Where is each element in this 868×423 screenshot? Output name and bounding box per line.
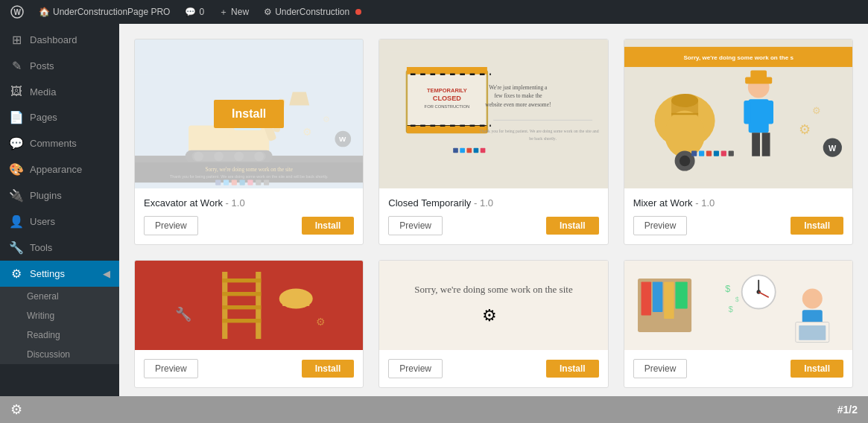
preview-button-closed[interactable]: Preview (388, 216, 443, 235)
template-thumbnail-mixer: Sorry, we're doing some work on the s (624, 39, 852, 188)
svg-rect-74 (691, 151, 697, 156)
new-link[interactable]: ＋ New (216, 6, 252, 19)
template-thumbnail-office: $ $ $ (624, 261, 852, 350)
red-illustration: 🔧 ⚙ (135, 261, 363, 350)
template-thumbnail-red: 🔧 ⚙ (135, 261, 363, 350)
install-button-mixer[interactable]: Install (791, 217, 843, 235)
submenu-item-reading[interactable]: Reading (0, 325, 119, 345)
template-thumbnail-work-text: Sorry, we're doing some work on the site… (379, 261, 607, 350)
sidebar-label-appearance: Appearance (30, 164, 82, 175)
comments-icon: 💬 (9, 136, 24, 150)
install-button-work-text[interactable]: Install (546, 360, 599, 378)
preview-button-office[interactable]: Preview (633, 359, 688, 378)
template-card-work-text: Sorry, we're doing some work on the site… (378, 260, 608, 388)
site-link[interactable]: ⚙ UnderConstruction (261, 7, 364, 17)
template-name-excavator: Excavator at Work - 1.0 (144, 197, 354, 209)
template-card-closed: TEMPORARILY CLOSED FOR CONSTRUCTION We'r… (378, 39, 608, 245)
admin-bar: W 🏠 UnderConstructionPage PRO 💬 0 ＋ New … (0, 0, 868, 24)
sidebar-item-tools[interactable]: 🔧 Tools (0, 235, 119, 261)
submenu-item-writing[interactable]: Writing (0, 306, 119, 325)
sidebar-label-media: Media (30, 86, 56, 98)
sidebar-label-tools: Tools (30, 242, 52, 253)
sidebar-item-dashboard[interactable]: ⊞ Dashboard (0, 27, 119, 53)
install-button-red[interactable]: Install (302, 360, 355, 378)
svg-rect-65 (767, 101, 773, 124)
page-indicator: #1/2 (837, 404, 858, 416)
svg-rect-50 (474, 148, 479, 153)
sidebar-label-users: Users (30, 216, 55, 227)
svg-rect-69 (750, 70, 767, 80)
svg-point-57 (671, 94, 698, 107)
wp-logo-icon: W (10, 5, 24, 19)
template-actions-red: Preview Install (144, 359, 354, 378)
svg-point-102 (802, 288, 822, 308)
comments-link[interactable]: 💬 0 (182, 7, 207, 17)
sidebar-item-plugins[interactable]: 🔌 Plugins (0, 182, 119, 209)
svg-text:W: W (829, 144, 837, 153)
submenu-item-discussion[interactable]: Discussion (0, 345, 119, 364)
svg-point-58 (665, 110, 705, 157)
template-actions-work-text: Preview Install (388, 359, 598, 378)
svg-text:W: W (14, 8, 22, 16)
svg-rect-96 (664, 282, 674, 319)
sidebar-item-appearance[interactable]: 🎨 Appearance (0, 156, 119, 182)
sidebar-item-media[interactable]: 🖼 Media (0, 79, 119, 104)
overlay-install-button[interactable]: Install (214, 100, 284, 128)
main-content: ⚙ ⚙ W Sorry, we're doing some work on th… (119, 24, 868, 396)
template-card-red: 🔧 ⚙ Preview Install (134, 260, 364, 388)
install-button-excavator[interactable]: Install (302, 217, 355, 235)
svg-rect-79 (728, 151, 733, 156)
preview-button-red[interactable]: Preview (144, 359, 198, 378)
template-info-excavator: Excavator at Work - 1.0 Preview Install (135, 188, 363, 244)
svg-text:⚙: ⚙ (316, 316, 326, 328)
install-button-office[interactable]: Install (791, 360, 843, 378)
preview-button-work-text[interactable]: Preview (388, 359, 443, 378)
sidebar-item-pages[interactable]: 📄 Pages (0, 104, 119, 130)
template-info-closed: Closed Temporarily - 1.0 Preview Install (379, 188, 607, 244)
template-info-red: Preview Install (135, 350, 363, 387)
sidebar-label-dashboard: Dashboard (30, 34, 77, 45)
svg-text:website even more awesome!: website even more awesome! (486, 101, 551, 108)
svg-rect-83 (222, 279, 261, 282)
preview-button-excavator[interactable]: Preview (144, 216, 198, 235)
svg-text:TEMPORARILY: TEMPORARILY (427, 87, 467, 94)
svg-rect-75 (699, 151, 704, 156)
comment-icon: 💬 (185, 7, 196, 17)
posts-icon: ✎ (9, 59, 24, 73)
submenu-item-general[interactable]: General (0, 287, 119, 306)
media-icon: 🖼 (9, 85, 24, 98)
preview-button-mixer[interactable]: Preview (633, 216, 688, 235)
site-name[interactable]: 🏠 UnderConstructionPage PRO (36, 7, 173, 17)
template-actions-closed: Preview Install (388, 216, 598, 235)
plugins-icon: 🔌 (9, 188, 24, 203)
sidebar-item-users[interactable]: 👤 Users (0, 209, 119, 235)
svg-rect-76 (706, 151, 712, 156)
sidebar-item-posts[interactable]: ✎ Posts (0, 53, 119, 79)
sidebar-item-settings[interactable]: ⚙ Settings ◀ (0, 261, 119, 287)
svg-rect-49 (467, 148, 472, 153)
svg-text:few fixes to make the: few fixes to make the (495, 92, 543, 99)
svg-rect-88 (282, 302, 309, 305)
gear-status-icon: ⚙ (10, 401, 22, 418)
settings-nav-icon: ⚙ (9, 267, 24, 281)
sidebar-label-settings: Settings (30, 268, 65, 279)
template-info-work-text: Preview Install (379, 350, 607, 387)
closed-illustration: TEMPORARILY CLOSED FOR CONSTRUCTION We'r… (388, 48, 598, 179)
mixer-illustration: Sorry, we're doing some work on the s (624, 39, 852, 188)
template-card-mixer: Sorry, we're doing some work on the s (624, 39, 853, 245)
settings-icon: ⚙ (264, 7, 272, 17)
wp-logo[interactable]: W (7, 5, 27, 19)
svg-text:CLOSED: CLOSED (433, 95, 461, 102)
work-text-content: Sorry, we're doing some work on the site (414, 284, 572, 296)
home-icon: 🏠 (39, 7, 50, 17)
template-card-office: $ $ $ Preview Install (624, 260, 853, 388)
svg-text:⚙: ⚙ (482, 306, 497, 325)
svg-rect-84 (222, 292, 261, 296)
svg-rect-67 (761, 133, 770, 156)
install-button-closed[interactable]: Install (546, 217, 599, 235)
sidebar-item-comments[interactable]: 💬 Comments (0, 130, 119, 156)
svg-rect-95 (652, 282, 662, 312)
svg-text:$: $ (725, 284, 730, 294)
svg-text:Thank you for being patient. W: Thank you for being patient. We are doin… (479, 129, 598, 133)
template-card-excavator: ⚙ ⚙ W Sorry, we're doing some work on th… (134, 39, 364, 245)
